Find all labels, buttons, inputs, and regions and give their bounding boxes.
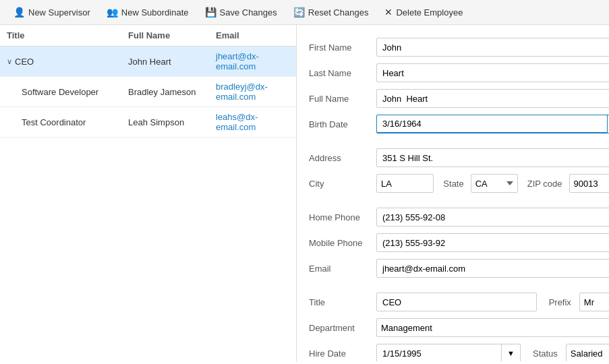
col-fullname: Full Name xyxy=(121,25,209,47)
status-select[interactable]: SalariedHourlyContract xyxy=(566,344,609,361)
reset-changes-label: Reset Changes xyxy=(308,7,369,18)
address-row: Address xyxy=(309,145,609,171)
state-label: State xyxy=(443,179,463,189)
tree-cell-title: Test Coordinator xyxy=(0,107,121,138)
table-row[interactable]: Test CoordinatorLeah Simpsonleahs@dx-ema… xyxy=(0,107,296,138)
hire-status-wrapper: ▼ Status SalariedHourlyContract xyxy=(376,344,609,361)
department-select[interactable]: ManagementEngineeringQAHR xyxy=(376,318,609,337)
form-fields: First Name Last Name Full Name Birth Dat… xyxy=(309,34,609,361)
save-icon: 💾 xyxy=(205,7,216,18)
title-prefix-row: Title Prefix MrMrsMsDr xyxy=(309,289,609,315)
first-name-input[interactable] xyxy=(376,38,609,57)
full-name-row: Full Name xyxy=(309,86,609,111)
birth-date-wrapper: ▼ xyxy=(376,115,609,133)
new-subordinate-button[interactable]: 👥 New Subordinate xyxy=(100,4,196,20)
hire-date-wrapper: ▼ xyxy=(376,344,521,361)
hire-date-label: Hire Date xyxy=(309,348,376,359)
reset-icon: 🔄 xyxy=(293,7,305,18)
full-name-label: Full Name xyxy=(309,94,376,104)
email-input[interactable] xyxy=(376,259,609,278)
employee-form-panel: First Name Last Name Full Name Birth Dat… xyxy=(297,25,609,361)
hire-date-status-row: Hire Date ▼ Status SalariedHourlyContrac… xyxy=(309,340,609,361)
employee-tree-panel: Title Full Name Email ∨CEOJohn Heartjhea… xyxy=(0,25,297,361)
main-content: Title Full Name Email ∨CEOJohn Heartjhea… xyxy=(0,25,609,361)
department-label: Department xyxy=(309,323,376,333)
city-label: City xyxy=(309,179,376,189)
title-prefix-wrapper: Prefix MrMrsMsDr xyxy=(376,293,609,311)
home-phone-input[interactable] xyxy=(376,208,609,226)
reset-changes-button[interactable]: 🔄 Reset Changes xyxy=(287,4,376,20)
last-name-row: Last Name xyxy=(309,60,609,86)
tree-cell-fullname: John Heart xyxy=(121,47,209,77)
last-name-input[interactable] xyxy=(376,63,609,82)
birth-date-label: Birth Date xyxy=(309,119,376,129)
mobile-phone-label: Mobile Phone xyxy=(309,238,376,248)
status-label: Status xyxy=(533,348,558,359)
home-phone-label: Home Phone xyxy=(309,212,376,222)
tree-cell-title: ∨CEO xyxy=(0,47,121,77)
tree-cell-email: jheart@dx-email.com xyxy=(209,47,296,77)
delete-employee-button[interactable]: ✕ Delete Employee xyxy=(378,4,469,20)
city-state-zip-wrapper: State CANYTXFL ZIP code xyxy=(376,174,609,193)
table-row[interactable]: ∨CEOJohn Heartjheart@dx-email.com xyxy=(0,47,296,77)
address-input[interactable] xyxy=(376,148,609,167)
mobile-phone-input[interactable] xyxy=(376,233,609,252)
city-state-zip-row: City State CANYTXFL ZIP code xyxy=(309,171,609,196)
email-link[interactable]: bradleyj@dx-email.com xyxy=(216,82,268,102)
tree-cell-email: bradleyj@dx-email.com xyxy=(209,77,296,107)
email-link[interactable]: jheart@dx-email.com xyxy=(216,51,259,71)
tree-cell-title: Software Developer xyxy=(0,77,121,107)
subordinate-icon: 👥 xyxy=(107,7,118,18)
col-email: Email xyxy=(209,25,296,47)
save-changes-label: Save Changes xyxy=(220,7,277,18)
city-input[interactable] xyxy=(376,174,434,193)
zip-label: ZIP code xyxy=(527,179,562,189)
delete-icon: ✕ xyxy=(384,7,393,18)
tree-title-text: Test Coordinator xyxy=(22,117,86,127)
mobile-phone-row: Mobile Phone xyxy=(309,230,609,255)
save-changes-button[interactable]: 💾 Save Changes xyxy=(198,4,284,20)
home-phone-row: Home Phone xyxy=(309,204,609,230)
prefix-select[interactable]: MrMrsMsDr xyxy=(579,293,609,311)
zip-input[interactable] xyxy=(569,174,609,193)
new-supervisor-label: New Supervisor xyxy=(28,7,90,18)
birth-date-row: Birth Date ▼ xyxy=(309,111,609,137)
col-title: Title xyxy=(0,25,121,47)
tree-title-text: Software Developer xyxy=(22,87,98,97)
tree-title-text: CEO xyxy=(15,57,34,67)
form-photo-wrapper: First Name Last Name Full Name Birth Dat… xyxy=(309,34,597,361)
email-label: Email xyxy=(309,264,376,274)
expand-icon[interactable]: ∨ xyxy=(7,57,12,66)
table-row[interactable]: Software DeveloperBradley Jamesonbradley… xyxy=(0,77,296,107)
last-name-label: Last Name xyxy=(309,68,376,78)
toolbar: 👤 New Supervisor 👥 New Subordinate 💾 Sav… xyxy=(0,0,609,25)
address-label: Address xyxy=(309,153,376,163)
email-link[interactable]: leahs@dx-email.com xyxy=(216,112,258,132)
state-select[interactable]: CANYTXFL xyxy=(471,174,518,193)
hire-date-dropdown-button[interactable]: ▼ xyxy=(502,344,521,361)
full-name-input[interactable] xyxy=(376,89,609,108)
tree-cell-fullname: Leah Simpson xyxy=(121,107,209,138)
department-row: Department ManagementEngineeringQAHR xyxy=(309,315,609,340)
new-subordinate-label: New Subordinate xyxy=(121,7,189,18)
first-name-row: First Name xyxy=(309,34,609,60)
supervisor-icon: 👤 xyxy=(13,7,25,18)
employee-tree-table: Title Full Name Email ∨CEOJohn Heartjhea… xyxy=(0,25,296,138)
first-name-label: First Name xyxy=(309,42,376,53)
title-input[interactable] xyxy=(376,293,537,311)
birth-date-input[interactable] xyxy=(376,115,608,133)
tree-cell-email: leahs@dx-email.com xyxy=(209,107,296,138)
delete-employee-label: Delete Employee xyxy=(396,7,463,18)
new-supervisor-button[interactable]: 👤 New Supervisor xyxy=(7,4,97,20)
title-label: Title xyxy=(309,297,376,307)
hire-date-input[interactable] xyxy=(376,344,502,361)
tree-cell-fullname: Bradley Jameson xyxy=(121,77,209,107)
prefix-label: Prefix xyxy=(549,297,571,307)
email-row: Email xyxy=(309,255,609,281)
